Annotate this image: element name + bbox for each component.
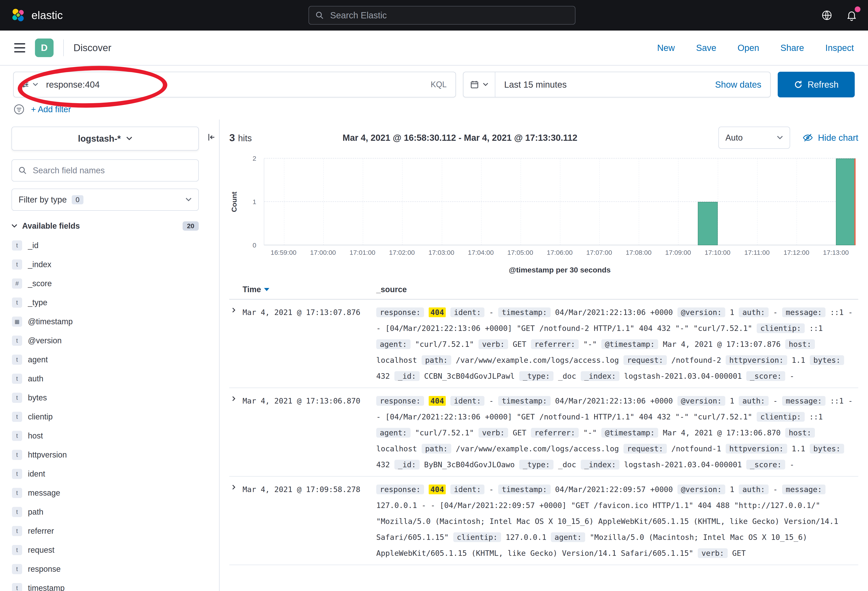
header-action-save[interactable]: Save <box>696 43 716 53</box>
x-axis-tick: 17:12:00 <box>784 249 809 256</box>
source-value: _doc <box>558 372 576 381</box>
field-item-response[interactable]: tresponse <box>0 560 219 579</box>
sort-descending-icon <box>264 288 269 291</box>
field-item-request[interactable]: trequest <box>0 541 219 560</box>
source-field-badge: referrer: <box>531 339 579 349</box>
x-axis-labels: 16:59:0017:00:0017:01:0017:02:0017:03:00… <box>264 249 856 259</box>
x-axis-tick: 17:08:00 <box>626 249 651 256</box>
field-item-httpversion[interactable]: thttpversion <box>0 445 219 464</box>
source-value: - <box>773 396 778 405</box>
header-action-open[interactable]: Open <box>737 43 759 53</box>
source-field-badge: verb: <box>478 339 508 349</box>
filter-sets-icon[interactable] <box>13 103 25 115</box>
globe-icon[interactable] <box>821 9 833 21</box>
histogram-bar[interactable] <box>698 202 717 245</box>
source-value: /notfound-2 <box>671 356 721 365</box>
source-value: "curl/7.52.1" <box>415 428 474 437</box>
field-item-auth[interactable]: tauth <box>0 369 219 388</box>
calendar-icon <box>470 80 479 89</box>
y-axis-tick: 2 <box>252 155 256 162</box>
field-item-@version[interactable]: t@version <box>0 331 219 350</box>
chevron-down-icon <box>186 198 192 202</box>
x-axis-tick: 17:10:00 <box>705 249 731 256</box>
query-input[interactable] <box>43 79 422 90</box>
expand-row-button[interactable] <box>229 482 242 561</box>
source-value: "-" <box>583 340 597 349</box>
field-list: t_idt_index#_scoret_type▦@timestampt@ver… <box>0 236 219 591</box>
field-search-input[interactable] <box>32 165 192 176</box>
field-item-@timestamp[interactable]: ▦@timestamp <box>0 312 219 331</box>
global-search[interactable] <box>309 6 576 25</box>
hide-chart-link[interactable]: Hide chart <box>803 132 858 143</box>
interval-select[interactable]: Auto <box>718 127 790 149</box>
discover-app-icon[interactable]: D <box>35 38 53 57</box>
calendar-menu-button[interactable] <box>464 72 495 97</box>
expand-row-button[interactable] <box>229 393 242 473</box>
source-value: ::1 <box>809 412 823 421</box>
menu-button[interactable] <box>14 43 25 52</box>
field-item-_id[interactable]: t_id <box>0 236 219 255</box>
time-range-value[interactable]: Last 15 minutes <box>495 80 567 90</box>
field-item-host[interactable]: thost <box>0 426 219 445</box>
field-item-path[interactable]: tpath <box>0 502 219 522</box>
field-name: @timestamp <box>28 317 73 326</box>
global-search-input[interactable] <box>329 10 569 21</box>
source-value: - <box>790 460 794 469</box>
elastic-brand[interactable]: elastic <box>10 8 63 23</box>
field-name: clientip <box>28 412 53 421</box>
refresh-label: Refresh <box>807 80 838 90</box>
histogram-bar[interactable] <box>836 158 856 245</box>
field-item-clientip[interactable]: tclientip <box>0 407 219 426</box>
header-action-share[interactable]: Share <box>780 43 804 53</box>
topbar-icons <box>821 9 858 21</box>
expand-row-button[interactable] <box>229 304 242 384</box>
collapse-sidebar-button[interactable] <box>207 133 216 142</box>
field-item-referrer[interactable]: treferrer <box>0 522 219 541</box>
field-name: ident <box>28 469 45 479</box>
hits-value: 3 <box>229 132 235 143</box>
field-name: response <box>28 564 61 574</box>
source-value: ::1 <box>809 324 823 333</box>
alerts-bell-icon[interactable] <box>846 9 858 21</box>
available-fields-count-badge: 20 <box>183 222 199 230</box>
x-axis-tick: 17:03:00 <box>428 249 455 256</box>
x-axis-tick: 17:07:00 <box>586 249 612 256</box>
chevron-down-icon <box>483 83 488 86</box>
source-value: - <box>773 485 778 494</box>
saved-query-menu-button[interactable] <box>14 80 43 89</box>
add-filter-link[interactable]: + Add filter <box>31 105 71 114</box>
field-item-agent[interactable]: tagent <box>0 350 219 369</box>
source-value: /var/www/example.com/logs/access.log <box>456 444 619 453</box>
string-field-icon: t <box>12 545 22 555</box>
field-item-ident[interactable]: tident <box>0 464 219 483</box>
query-language-button[interactable]: KQL <box>422 80 455 89</box>
field-item-message[interactable]: tmessage <box>0 483 219 502</box>
source-field-badge: ident: <box>450 485 485 494</box>
field-item-bytes[interactable]: tbytes <box>0 388 219 407</box>
header-action-new[interactable]: New <box>657 43 675 53</box>
field-name: message <box>28 488 60 498</box>
available-fields-header[interactable]: Available fields 20 <box>12 222 199 230</box>
string-field-icon: t <box>12 412 22 422</box>
query-input-box[interactable]: KQL <box>13 72 456 98</box>
show-dates-link[interactable]: Show dates <box>715 80 770 90</box>
string-field-icon: t <box>12 355 22 365</box>
search-icon <box>18 166 27 175</box>
index-pattern-select[interactable]: logstash-* <box>12 127 199 151</box>
x-axis-tick: 17:01:00 <box>350 249 375 256</box>
highlighted-source-value: 404 <box>429 485 446 494</box>
string-field-icon: t <box>12 335 22 346</box>
string-field-icon: t <box>12 393 22 403</box>
field-item-_index[interactable]: t_index <box>0 255 219 274</box>
header-action-inspect[interactable]: Inspect <box>825 43 854 53</box>
field-item-_score[interactable]: #_score <box>0 274 219 293</box>
field-name: bytes <box>28 393 47 402</box>
time-column-header[interactable]: Time <box>242 285 376 294</box>
field-item-_type[interactable]: t_type <box>0 293 219 312</box>
source-field-badge: referrer: <box>531 428 579 437</box>
x-axis-tick: 17:11:00 <box>744 249 770 256</box>
field-item-timestamp[interactable]: ttimestamp <box>0 579 219 591</box>
filter-by-type-select[interactable]: Filter by type 0 <box>12 189 199 211</box>
refresh-button[interactable]: Refresh <box>778 72 855 98</box>
field-search-box[interactable] <box>12 160 199 182</box>
